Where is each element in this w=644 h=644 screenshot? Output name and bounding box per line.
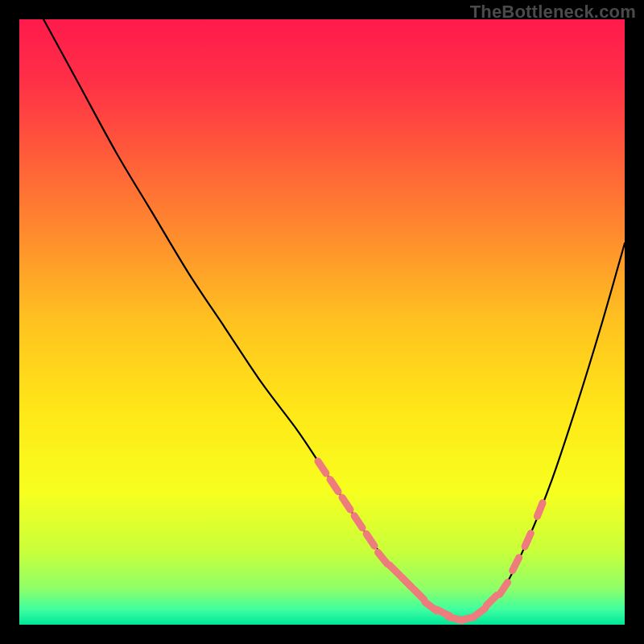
marker-dash — [473, 609, 485, 617]
marker-dash — [318, 461, 326, 473]
watermark-text: TheBottleneck.com — [470, 2, 636, 23]
marker-dash — [390, 565, 400, 576]
marker-dash — [402, 577, 412, 588]
marker-dash — [342, 497, 350, 510]
marker-dash — [525, 534, 530, 547]
marker-dash — [537, 503, 543, 517]
marker-dash — [354, 516, 362, 528]
chart-frame — [19, 19, 625, 625]
marker-dash — [414, 589, 424, 600]
marker-dash — [378, 552, 387, 564]
curve-layer — [19, 19, 625, 625]
marker-dash — [366, 534, 374, 546]
marker-dash — [500, 582, 508, 594]
marker-dash — [330, 480, 338, 492]
bottleneck-curve — [43, 19, 625, 618]
marker-dash — [513, 558, 519, 571]
plot-area — [19, 19, 625, 625]
recommended-range-markers — [318, 461, 543, 621]
marker-dash — [486, 596, 497, 606]
